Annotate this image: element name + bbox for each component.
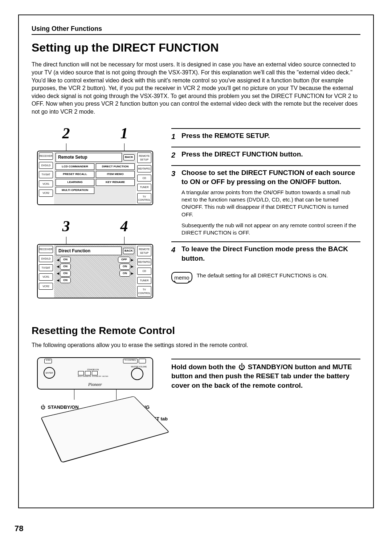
lcd-title-df: Direct Function xyxy=(56,247,122,255)
side-tv-control: TV CONTROL xyxy=(137,286,151,297)
step-3: 3 Choose to set the DIRECT FUNCTION of e… xyxy=(171,168,360,187)
arrow-left-icon: ◀ xyxy=(56,264,60,269)
arrow-left-icon: ◀ xyxy=(56,278,60,282)
remote-btn-muting xyxy=(92,371,98,375)
step-3-num: 3 xyxy=(171,168,178,187)
btn-item-memo: ITEM MEMO xyxy=(96,171,135,178)
section-header: Using Other Functions xyxy=(32,24,360,35)
remote-btn-multi xyxy=(78,371,84,375)
side-remote-setup: REMOTE SETUP xyxy=(137,246,151,256)
arrow-right-icon: ▶ xyxy=(130,264,134,269)
step-1-num: 1 xyxy=(171,131,178,142)
side-tuner: TUNER xyxy=(137,184,151,191)
btn-preset-recall: PRESET RECALL xyxy=(56,171,94,178)
callout-3: 3 xyxy=(59,216,73,237)
side-receiver: RECEIVER xyxy=(39,246,53,253)
side-vcr2: VCR2 xyxy=(39,190,53,196)
lbl-multi: MULTI OPERATION xyxy=(78,375,91,377)
btn-key-rename: KEY RENAME xyxy=(96,179,135,186)
side-tv-control: TV CONTROL xyxy=(137,193,151,204)
lcd-back-button: BACK xyxy=(123,154,135,160)
callout-numbers-top: 2 1 xyxy=(37,123,153,144)
step-4-num: 4 xyxy=(171,244,178,263)
onoff-cd: ON xyxy=(119,264,130,270)
reset-hold-instructions: Hold down both the STANDBY/ON button and… xyxy=(171,362,360,390)
brand-logo: Pioneer xyxy=(38,382,152,388)
remote-vol-label: MASTER VOLUME xyxy=(131,366,147,368)
onoff-dvd: ON xyxy=(60,257,71,263)
side-cd: CD xyxy=(137,268,151,274)
onoff-vcr1: ON xyxy=(60,270,71,277)
side-md-tape1: MD/TAPE1 xyxy=(137,165,151,172)
arrow-left-icon: ◀ xyxy=(56,258,60,262)
arrow-right-icon: ▶ xyxy=(130,258,134,262)
remote-btn-system-off xyxy=(85,371,91,375)
memo-text: The default setting for all DIRECT FUNCT… xyxy=(197,272,328,279)
page-title: Setting up the DIRECT FUNCTION xyxy=(32,40,360,56)
arrow-left-icon: ◀ xyxy=(56,271,60,276)
step-4: 4 To leave the Direct Function mode pres… xyxy=(171,244,360,263)
step-3-body-b: Subsequently the nub will not appear on … xyxy=(181,222,360,237)
btn-lcd-commander: LCD COMMANDER xyxy=(56,163,94,170)
volume-ring-icon xyxy=(131,368,143,380)
onoff-tvsat: ON xyxy=(60,264,71,270)
side-vcr1: VCR1 xyxy=(39,180,53,187)
side-remote-setup: REMOTE SETUP xyxy=(137,152,151,163)
callout-2: 2 xyxy=(59,123,73,144)
lbl-muting: MUTING xyxy=(102,375,108,377)
dpad-icon: ENTER xyxy=(44,367,55,379)
step-2-title: Press the DIRECT FUNCTION button. xyxy=(181,150,303,160)
side-dvd-ld: DVD/LD xyxy=(39,162,53,169)
remote-btn-blank xyxy=(139,359,146,363)
lcd-direct-function: RECEIVER DVD/LD TV/SAT VCR1 VCR2 Direct … xyxy=(37,244,153,298)
lcd-back-button-df: BACK xyxy=(123,248,134,254)
remote-standby-label: STANDBY/ON xyxy=(78,368,108,371)
power-icon-inline xyxy=(238,363,246,371)
step-3-title: Choose to set the DIRECT FUNCTION of eac… xyxy=(181,168,360,187)
side-tv-sat: TV/SAT xyxy=(39,171,53,178)
side-tv-sat: TV/SAT xyxy=(39,264,53,271)
memo-icon: memo xyxy=(171,272,192,283)
step-3-body-a: A triangular arrow points from the ON/OF… xyxy=(181,189,360,218)
side-md-tape1: MD/TAPE1 xyxy=(137,258,151,265)
step-1-title: Press the REMOTE SETUP. xyxy=(181,131,270,142)
power-icon xyxy=(41,404,46,410)
callout-4: 4 xyxy=(117,216,131,237)
btn-multi-operation: MULTI OPERATION xyxy=(56,187,94,194)
reset-title: Resetting the Remote Control xyxy=(32,324,360,338)
step-2-num: 2 xyxy=(171,150,178,160)
reset-intro: The following operations allow you to er… xyxy=(32,341,360,349)
side-cd: CD xyxy=(137,175,151,182)
remote-btn-vcr2: VCR2 xyxy=(44,359,52,363)
arrow-right-icon: ▶ xyxy=(130,271,134,276)
onoff-tuner: ON xyxy=(119,270,130,277)
page-number: 78 xyxy=(15,523,23,534)
side-dvd-ld: DVD/LD xyxy=(39,255,53,262)
standby-on-label: STANDBY/ON xyxy=(41,404,79,411)
lcd-title: Remote Setup xyxy=(56,153,122,162)
callout-numbers-mid: 3 4 xyxy=(37,216,153,237)
btn-direct-function: DIRECT FUNCTION xyxy=(96,163,135,170)
step-1: 1 Press the REMOTE SETUP. xyxy=(171,131,360,142)
lbl-sysoff: SYSTEM OFF xyxy=(92,375,102,377)
onoff-md: OFF xyxy=(118,257,130,263)
battery-cover-illustration: RESET tab xyxy=(41,417,150,473)
side-tuner: TUNER xyxy=(137,277,151,284)
side-vcr1: VCR1 xyxy=(39,273,53,280)
callout-1: 1 xyxy=(117,123,131,144)
onoff-vcr2: ON xyxy=(60,277,71,284)
side-receiver: RECEIVER xyxy=(39,152,53,159)
btn-learning: LEARNING xyxy=(56,179,94,186)
step-2: 2 Press the DIRECT FUNCTION button. xyxy=(171,150,360,160)
step-4-title: To leave the Direct Function mode press … xyxy=(181,244,360,263)
lcd-remote-setup: RECEIVER DVD/LD TV/SAT VCR1 VCR2 Remote … xyxy=(37,151,153,205)
remote-top-illustration: VCR2 TV CONTROL ENTER STANDBY/ON xyxy=(37,357,153,390)
side-vcr2: VCR2 xyxy=(39,283,53,290)
intro-paragraph: The direct function will not be necessar… xyxy=(32,61,360,115)
remote-btn-tv-control: TV CONTROL xyxy=(123,359,138,363)
